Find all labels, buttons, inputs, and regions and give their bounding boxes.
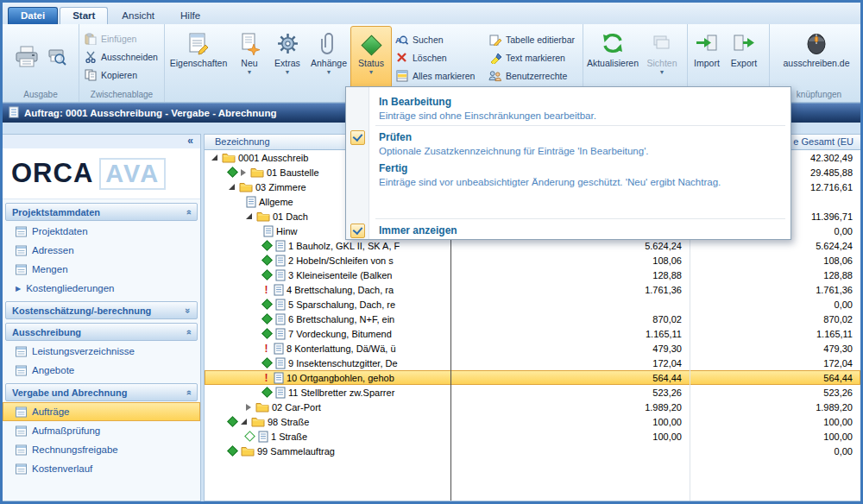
- benutzerrechte-button[interactable]: Benutzerrechte: [485, 66, 582, 85]
- suchen-button[interactable]: A Suchen: [392, 30, 485, 48]
- checkmark-icon: [350, 224, 365, 238]
- sidebar-item-rechnungsfreigabe[interactable]: Rechnungsfreigabe: [3, 440, 200, 459]
- ausschreiben-de-button[interactable]: ausschreiben.de: [771, 26, 862, 89]
- sidebar-item-angebote[interactable]: Angebote: [3, 361, 200, 380]
- folder-icon: [222, 152, 236, 163]
- expand-open-icon[interactable]: [229, 184, 235, 190]
- table-row[interactable]: !8 Konterlattung, Dä/Wä, ü479,30479,30: [205, 341, 860, 356]
- row-value-gesamt: 0,00: [835, 446, 853, 457]
- sidebar-section-header[interactable]: Ausschreibung»: [5, 323, 198, 341]
- doc-icon: [258, 431, 268, 443]
- print-button[interactable]: [11, 44, 42, 72]
- status-menu-item-prüfen[interactable]: PrüfenOptionale Zusatzkennzeichnung für …: [346, 128, 791, 159]
- neu-button[interactable]: Neu ▼: [231, 26, 268, 89]
- status-green-diamond-icon: [261, 299, 273, 310]
- paste-label: Einfügen: [101, 34, 136, 44]
- expand-open-icon[interactable]: [211, 154, 217, 161]
- document-icon: [16, 444, 27, 456]
- column-header-bezeichnung[interactable]: Bezeichnung: [215, 136, 270, 147]
- status-menu-item-fertig[interactable]: FertigEinträge sind vor unbeabsichtigter…: [346, 159, 791, 190]
- doc-icon: [263, 225, 274, 237]
- sidebar-item-label: Aufträge: [32, 406, 69, 417]
- table-row[interactable]: 02 Car-Port1.989,201.989,20: [205, 400, 860, 414]
- expand-closed-icon[interactable]: [241, 169, 246, 176]
- tab-ansicht[interactable]: Ansicht: [110, 8, 167, 24]
- collapse-sidebar-button[interactable]: «: [187, 135, 193, 147]
- table-row[interactable]: 1 Straße100,00100,00: [205, 429, 860, 444]
- row-value-gesamt: 1.165,11: [816, 329, 853, 339]
- tab-start[interactable]: Start: [60, 7, 108, 24]
- sidebar-section-header[interactable]: Projektstammdaten»: [5, 203, 198, 221]
- loeschen-label: Löschen: [413, 53, 447, 63]
- status-menu-item-in-bearbeitung[interactable]: In BearbeitungEinträge sind ohne Einschr…: [346, 92, 791, 123]
- aktualisieren-button[interactable]: Aktualisieren: [584, 26, 641, 89]
- folder-icon: [251, 416, 265, 427]
- row-label: Allgeme: [259, 197, 293, 207]
- tab-hilfe[interactable]: Hilfe: [168, 8, 212, 24]
- table-row[interactable]: 1 Bauholz, GKL II, SK A, F5.624,245.624,…: [205, 238, 860, 253]
- row-value-gesamt: 1.761,36: [816, 285, 853, 295]
- sidebar-top-bar: «: [3, 135, 200, 148]
- expand-open-icon[interactable]: [246, 213, 252, 219]
- tabelle-editierbar-button[interactable]: Tabelle editierbar: [485, 30, 582, 48]
- expand-open-icon[interactable]: [241, 419, 247, 425]
- copy-button[interactable]: Kopieren: [80, 66, 163, 84]
- status-green-diamond-icon: [261, 255, 273, 266]
- sidebar-item-adressen[interactable]: Adressen: [3, 241, 200, 260]
- extras-button[interactable]: Extras ▼: [268, 26, 307, 89]
- table-row[interactable]: 11 Stellbretter zw.Sparrer523,26523,26: [205, 385, 860, 400]
- status-hollow-diamond-icon: [244, 431, 255, 442]
- table-row[interactable]: 3 Kleineisenteile (Balken128,88128,88: [205, 268, 860, 282]
- status-button[interactable]: Status ▼: [350, 26, 392, 89]
- row-label: 01 Dach: [273, 211, 308, 222]
- cut-button[interactable]: Ausschneiden: [80, 47, 163, 66]
- anhaenge-button[interactable]: Anhänge ▼: [307, 26, 350, 89]
- sichten-label: Sichten: [646, 59, 677, 68]
- doc-icon: [275, 240, 286, 252]
- alles-markieren-button[interactable]: Alles markieren: [392, 66, 485, 85]
- pencil-icon: [488, 34, 501, 46]
- row-label: 11 Stellbretter zw.Sparrer: [288, 387, 394, 398]
- export-icon: [733, 28, 755, 59]
- folder-icon: [250, 167, 264, 178]
- row-value-gesamt: 12.716,61: [810, 182, 853, 192]
- eigenschaften-button[interactable]: Eigenschaften: [166, 26, 231, 89]
- sidebar-item-mengen[interactable]: Mengen: [3, 260, 200, 279]
- import-button[interactable]: Import: [689, 26, 725, 89]
- sidebar-item-aufträge[interactable]: Aufträge: [3, 402, 200, 421]
- table-row[interactable]: !4 Brettschalung, Dach, ra1.761,361.761,…: [205, 282, 860, 297]
- ausschreiben-de-label: ausschreiben.de: [783, 59, 849, 68]
- checkmark-icon: [350, 130, 365, 145]
- status-menu-item-description: Einträge sind vor unbeabsichtigter Änder…: [379, 177, 780, 187]
- tab-datei[interactable]: Datei: [8, 7, 58, 24]
- chevron-down-icon: ▼: [369, 69, 375, 76]
- status-green-diamond-icon: [261, 387, 273, 398]
- loeschen-button[interactable]: Löschen: [392, 48, 485, 66]
- sidebar-item-aufmaßprüfung[interactable]: Aufmaßprüfung: [3, 421, 200, 440]
- row-label: 4 Brettschalung, Dach, ra: [287, 285, 394, 295]
- table-row[interactable]: 6 Brettschalung, N+F, ein870,02870,02: [205, 312, 860, 326]
- sidebar-item-kostenverlauf[interactable]: Kostenverlauf: [3, 459, 200, 478]
- table-row[interactable]: 7 Vordeckung, Bitumend1.165,111.165,11: [205, 326, 860, 341]
- sidebar-section-header[interactable]: Kostenschätzung/-berechnung»: [5, 301, 198, 319]
- status-menu-item-immer-anzeigen[interactable]: Immer anzeigen: [346, 221, 791, 239]
- text-markieren-button[interactable]: Text markieren: [485, 48, 582, 66]
- column-header-gesamt[interactable]: e Gesamt (EU: [793, 136, 854, 147]
- sidebar-item-label: Rechnungsfreigabe: [32, 444, 118, 455]
- expand-closed-icon[interactable]: [246, 404, 251, 411]
- table-row[interactable]: 2 Hobeln/Schleifen von s108,06108,06: [205, 253, 860, 268]
- printer-icon: [15, 46, 39, 70]
- row-value-auftragssumme: 870,02: [652, 314, 682, 324]
- table-row[interactable]: 98 Straße100,00100,00: [205, 414, 860, 429]
- sidebar-section-header[interactable]: Vergabe und Abrechnung»: [5, 383, 198, 401]
- table-row[interactable]: 9 Insektenschutzgitter, De172,04172,04: [205, 356, 860, 370]
- row-value-gesamt: 0,00: [835, 299, 853, 310]
- print-preview-button[interactable]: [44, 46, 70, 70]
- sidebar-item-kostengliederungen[interactable]: ▶Kostengliederungen: [3, 279, 200, 298]
- table-row[interactable]: !10 Ortgangbohlen, gehob564,44564,44: [205, 370, 860, 385]
- sidebar-item-leistungsverzeichnisse[interactable]: Leistungsverzeichnisse: [3, 342, 200, 361]
- sidebar-item-projektdaten[interactable]: Projektdaten: [3, 222, 200, 241]
- table-row[interactable]: 99 Sammelauftrag0,00: [205, 444, 860, 458]
- export-button[interactable]: Export: [725, 26, 763, 89]
- table-row[interactable]: 5 Sparschalung, Dach, re0,00: [205, 297, 860, 312]
